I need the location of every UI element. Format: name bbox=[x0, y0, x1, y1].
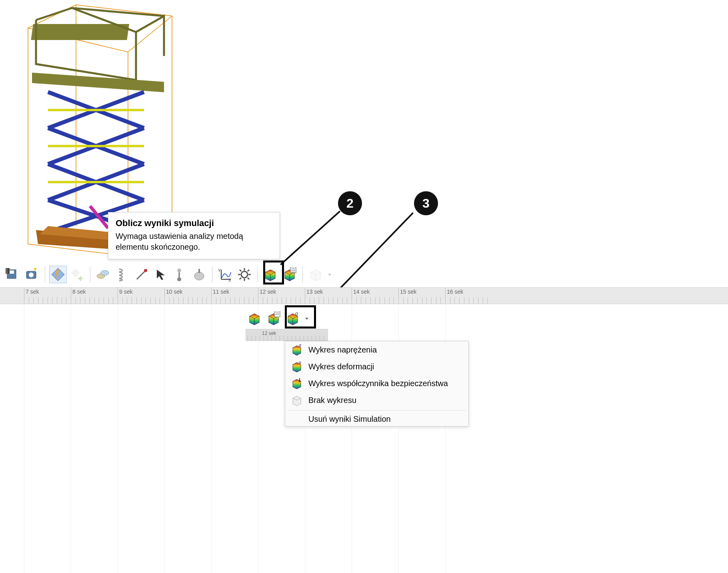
plot-type-dropdown: σ Wykres naprężenia u Wykres deformacji … bbox=[285, 341, 469, 427]
mass-icon[interactable] bbox=[190, 266, 208, 283]
svg-rect-0 bbox=[31, 24, 129, 40]
svg-point-27 bbox=[101, 270, 109, 275]
ruler-label: 12 sek bbox=[260, 289, 276, 295]
svg-text:Y: Y bbox=[218, 268, 221, 273]
stress-sigma-icon: σ bbox=[291, 344, 303, 356]
results-toolbar: σ bbox=[246, 308, 310, 329]
lightning-diamond-icon[interactable] bbox=[49, 266, 67, 283]
svg-point-29 bbox=[144, 269, 147, 272]
menu-item-deform[interactable]: u Wykres deformacji bbox=[285, 358, 468, 375]
calc-results-cube-icon[interactable] bbox=[281, 266, 298, 283]
svg-point-31 bbox=[177, 268, 181, 272]
deform-u-icon: u bbox=[291, 361, 303, 373]
setup-stress-cube-icon[interactable] bbox=[262, 266, 279, 283]
menu-item-delete-label: Usuń wyniki Simulation bbox=[308, 415, 391, 424]
menu-divider bbox=[288, 410, 466, 411]
mini-ruler: 12 sek bbox=[246, 329, 328, 341]
ruler-label: 11 sek bbox=[213, 289, 229, 295]
ruler-label: 7 sek bbox=[26, 289, 39, 295]
no-plot-icon bbox=[291, 394, 303, 406]
svg-point-17 bbox=[6, 271, 8, 273]
tooltip-title: Oblicz wyniki symulacji bbox=[116, 218, 272, 228]
svg-point-19 bbox=[29, 272, 34, 277]
calc-results-cube2-icon[interactable] bbox=[265, 310, 282, 327]
svg-text:σ: σ bbox=[299, 344, 302, 348]
callout-2-line bbox=[280, 210, 340, 265]
ghost-cube-icon bbox=[307, 266, 324, 283]
svg-line-47 bbox=[240, 278, 241, 279]
probe-icon[interactable] bbox=[133, 266, 150, 283]
menu-item-safety[interactable]: Wykres współczynnika bezpieczeństwa bbox=[285, 375, 468, 392]
ruler-label: 16 sek bbox=[447, 289, 463, 295]
diamond-plus-icon bbox=[68, 266, 86, 283]
svg-line-45 bbox=[240, 270, 241, 271]
menu-item-delete-results[interactable]: Usuń wyniki Simulation bbox=[285, 412, 468, 426]
callout-2-text: 2 bbox=[346, 196, 354, 211]
svg-line-48 bbox=[248, 270, 249, 271]
svg-marker-78 bbox=[293, 396, 301, 406]
toolbar2-dropdown-arrow[interactable] bbox=[303, 310, 310, 327]
ruler-label: 9 sek bbox=[119, 289, 132, 295]
svg-text:X: X bbox=[228, 278, 231, 282]
svg-marker-23 bbox=[72, 269, 80, 277]
platform bbox=[32, 72, 164, 92]
svg-rect-64 bbox=[274, 311, 280, 317]
ruler-label: 14 sek bbox=[353, 289, 370, 295]
svg-rect-14 bbox=[9, 270, 14, 274]
svg-marker-59 bbox=[328, 274, 331, 276]
ruler-label: 10 sek bbox=[166, 289, 182, 295]
ruler-label: 8 sek bbox=[72, 289, 86, 295]
menu-item-none[interactable]: Brak wykresu bbox=[285, 392, 468, 409]
ruler-label: 15 sek bbox=[400, 289, 416, 295]
svg-rect-35 bbox=[198, 269, 200, 273]
svg-marker-70 bbox=[305, 318, 308, 320]
ruler-label: 13 sek bbox=[306, 289, 323, 295]
mini-ruler-label: 12 sek bbox=[262, 331, 276, 336]
simulation-toolbar: YX bbox=[4, 264, 333, 285]
svg-text:u: u bbox=[299, 361, 301, 365]
svg-point-33 bbox=[177, 277, 181, 281]
svg-line-28 bbox=[137, 271, 145, 279]
menu-item-safety-label: Wykres współczynnika bezpieczeństwa bbox=[308, 379, 448, 388]
camera-settings-icon[interactable] bbox=[23, 266, 41, 283]
setup-stress-cube2-icon[interactable] bbox=[246, 310, 263, 327]
save-animation-icon[interactable] bbox=[4, 266, 22, 283]
menu-item-stress-label: Wykres naprężenia bbox=[308, 345, 377, 355]
callout-badge-3: 3 bbox=[414, 191, 438, 215]
svg-rect-15 bbox=[6, 268, 10, 274]
svg-point-16 bbox=[6, 269, 8, 270]
svg-marker-30 bbox=[157, 270, 165, 280]
tooltip-body: Wymaga ustawienia analizy metodą element… bbox=[116, 231, 272, 252]
svg-marker-20 bbox=[34, 268, 37, 271]
spring-icon[interactable] bbox=[114, 266, 131, 283]
menu-item-deform-label: Wykres deformacji bbox=[308, 362, 374, 371]
svg-point-40 bbox=[241, 271, 248, 278]
menu-item-none-label: Brak wykresu bbox=[308, 396, 356, 405]
force-icon[interactable] bbox=[171, 266, 189, 283]
constraint-icon[interactable] bbox=[94, 266, 112, 283]
cursor-icon[interactable] bbox=[152, 266, 170, 283]
svg-text:σ: σ bbox=[295, 311, 298, 317]
safety-factor-icon bbox=[291, 377, 303, 389]
settings-gear-icon[interactable] bbox=[236, 266, 253, 283]
tooltip-calc-results: Oblicz wyniki symulacji Wymaga ustawieni… bbox=[108, 212, 280, 259]
graph-xy-icon[interactable]: YX bbox=[216, 266, 234, 283]
menu-item-stress[interactable]: σ Wykres naprężenia bbox=[285, 341, 468, 358]
callout-3-text: 3 bbox=[422, 196, 430, 211]
timeline-ruler[interactable]: 7 sek8 sek9 sek10 sek11 sek12 sek13 sek1… bbox=[0, 287, 728, 304]
toolbar1-dropdown-arrow[interactable] bbox=[326, 266, 333, 283]
stress-plot-cube-icon[interactable]: σ bbox=[284, 310, 302, 327]
callout-badge-2: 2 bbox=[338, 191, 362, 215]
svg-line-46 bbox=[248, 278, 249, 279]
svg-point-34 bbox=[194, 272, 204, 280]
